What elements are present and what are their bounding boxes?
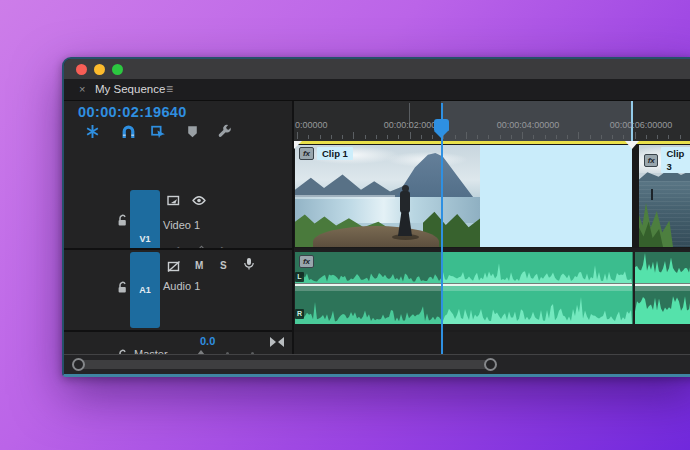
ruler-tick bbox=[376, 135, 377, 139]
lane-highlight bbox=[635, 286, 690, 291]
toggle-track-output-eye-icon[interactable] bbox=[192, 193, 206, 206]
desktop-background: × My Sequence ≡ 00:00:02:19640 bbox=[0, 0, 690, 450]
audio-waveform bbox=[441, 263, 632, 283]
scene-person bbox=[400, 191, 410, 213]
video-track-name[interactable]: Video 1 bbox=[163, 219, 200, 231]
ruler-tick bbox=[331, 135, 332, 139]
lane-highlight bbox=[441, 286, 632, 291]
track-headers: V1 Video 1 ◀ ▶ bbox=[64, 144, 292, 374]
scene-bird bbox=[651, 189, 653, 200]
edit-point-notch bbox=[625, 141, 639, 149]
window-titlebar[interactable] bbox=[64, 59, 690, 79]
close-traffic-light[interactable] bbox=[76, 64, 87, 75]
snap-magnet-icon[interactable] bbox=[121, 124, 137, 140]
tab-close-icon[interactable]: × bbox=[79, 83, 85, 95]
audio-clip3[interactable] bbox=[635, 252, 690, 324]
ruler-timecode-label: 00:00:06:00000 bbox=[610, 120, 673, 130]
master-track-header: 0.0 Master bbox=[64, 332, 292, 356]
ruler-tick bbox=[635, 132, 636, 139]
audio-sync-lock-icon[interactable] bbox=[167, 259, 181, 272]
ruler-tick bbox=[477, 135, 478, 139]
mute-track-button[interactable]: M bbox=[195, 260, 203, 271]
ruler-tick bbox=[578, 132, 579, 139]
zoom-handle-right[interactable] bbox=[484, 358, 497, 371]
audio-track-lane: fx L R bbox=[294, 250, 690, 330]
audio-clip2-selected[interactable] bbox=[441, 252, 633, 324]
audio-waveform bbox=[441, 297, 632, 324]
ruler-tick bbox=[398, 135, 399, 139]
lane-highlight bbox=[295, 286, 441, 291]
premiere-timeline-window: × My Sequence ≡ 00:00:02:19640 bbox=[62, 57, 690, 377]
ruler-tick bbox=[387, 135, 388, 139]
master-volume-value[interactable]: 0.0 bbox=[200, 335, 215, 347]
ruler-tick bbox=[590, 135, 591, 139]
right-channel-badge: R bbox=[295, 309, 304, 319]
tab-title[interactable]: My Sequence bbox=[95, 83, 165, 95]
audio-track-target[interactable]: A1 bbox=[130, 252, 160, 328]
edit-point-notch bbox=[294, 141, 302, 149]
clip1-label[interactable]: fx Clip 1 bbox=[299, 147, 353, 160]
master-track-lane bbox=[294, 332, 690, 356]
nest-indicator-icon[interactable] bbox=[85, 124, 101, 140]
ruler-tick bbox=[500, 135, 501, 139]
ruler-tick bbox=[365, 135, 366, 139]
video-track-lane: fx Clip 1 fx Clip 3 bbox=[294, 144, 690, 248]
clip3-name: Clip 3 bbox=[661, 147, 690, 173]
pan-bowtie-icon[interactable] bbox=[270, 337, 284, 347]
timeline-toolbar bbox=[64, 122, 292, 142]
audio-track-name[interactable]: Audio 1 bbox=[163, 280, 200, 292]
ruler-tick bbox=[342, 135, 343, 139]
ruler-tick bbox=[488, 135, 489, 139]
audio-waveform bbox=[295, 302, 441, 324]
zoom-traffic-light[interactable] bbox=[112, 64, 123, 75]
playhead-line[interactable] bbox=[441, 103, 443, 357]
clip1-thumbnail[interactable] bbox=[295, 145, 481, 247]
audio-clip1[interactable]: fx L R bbox=[295, 252, 442, 324]
scrollbar-thumb[interactable] bbox=[80, 360, 490, 369]
ruler-tick bbox=[320, 135, 321, 139]
panel-menu-icon[interactable]: ≡ bbox=[166, 82, 173, 96]
ruler-tick bbox=[567, 135, 568, 139]
playhead-handle[interactable] bbox=[434, 119, 449, 131]
sync-lock-icon[interactable] bbox=[167, 193, 181, 206]
clip2-selected-body[interactable] bbox=[480, 145, 632, 247]
clip3-label[interactable]: fx Clip 3 bbox=[644, 147, 690, 173]
timeline-settings-wrench-icon[interactable] bbox=[217, 124, 233, 140]
ruler-tick bbox=[410, 132, 411, 139]
track-header-column: 00:00:02:19640 bbox=[64, 101, 292, 374]
fx-badge-icon: fx bbox=[644, 154, 658, 167]
header-content-divider[interactable] bbox=[292, 101, 294, 374]
ruler-tick bbox=[668, 135, 669, 139]
ruler-tick bbox=[353, 132, 354, 139]
ruler-tick bbox=[421, 135, 422, 139]
fx-badge-icon: fx bbox=[299, 255, 314, 268]
ruler-tick bbox=[455, 135, 456, 139]
ruler-tick bbox=[297, 132, 298, 139]
audio-lock-icon[interactable] bbox=[116, 280, 129, 293]
minimize-traffic-light[interactable] bbox=[94, 64, 105, 75]
audio-waveform bbox=[635, 253, 690, 283]
clip1-name: Clip 1 bbox=[317, 147, 353, 160]
audio-waveform bbox=[295, 273, 441, 283]
ruler-tick bbox=[308, 135, 309, 139]
video-lock-icon[interactable] bbox=[116, 213, 129, 226]
ruler-tick bbox=[623, 135, 624, 139]
voiceover-record-mic-icon[interactable] bbox=[242, 257, 256, 270]
add-marker-icon[interactable] bbox=[185, 124, 201, 140]
ruler-tick bbox=[612, 135, 613, 139]
ruler-tick bbox=[533, 135, 534, 139]
ruler-tick bbox=[466, 132, 467, 139]
zoom-handle-left[interactable] bbox=[72, 358, 85, 371]
ruler-timecode-label: 0:00000 bbox=[295, 120, 328, 130]
time-ruler[interactable]: 0:0000000:00:02:0000000:00:04:0000000:00… bbox=[294, 101, 690, 141]
audio-fx-badge: fx bbox=[299, 255, 314, 268]
solo-track-button[interactable]: S bbox=[220, 260, 227, 271]
playhead-timecode[interactable]: 00:00:02:19640 bbox=[78, 104, 187, 120]
horizontal-scrollbar[interactable] bbox=[64, 354, 690, 374]
ruler-tick bbox=[545, 135, 546, 139]
timeline-content: 0:0000000:00:02:0000000:00:04:0000000:00… bbox=[294, 101, 690, 374]
ruler-tick bbox=[646, 135, 647, 139]
audio-waveform bbox=[635, 296, 690, 324]
linked-selection-icon[interactable] bbox=[151, 124, 167, 140]
panel-tabbar: × My Sequence ≡ bbox=[64, 79, 690, 101]
